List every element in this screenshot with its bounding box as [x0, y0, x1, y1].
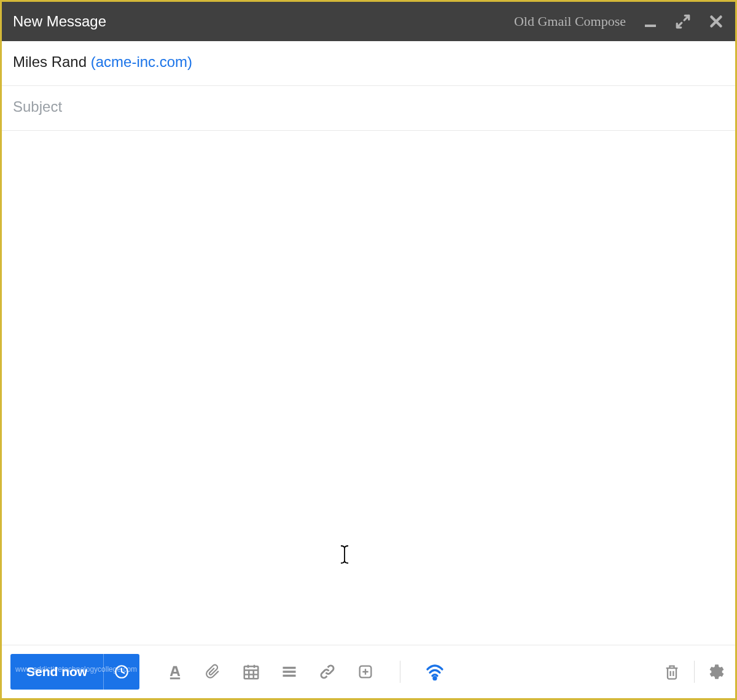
formatting-icon[interactable] — [165, 662, 185, 682]
recipient-name: Miles Rand — [13, 53, 91, 70]
subject-field-row — [2, 86, 735, 131]
attachment-icon[interactable] — [203, 662, 223, 682]
compose-title: New Message — [13, 13, 106, 30]
send-now-button[interactable]: Send now — [10, 654, 104, 690]
subject-input[interactable] — [13, 98, 724, 115]
send-later-button[interactable] — [104, 654, 139, 690]
formatting-toolbar — [165, 661, 445, 683]
recipient-domain: (acme-inc.com) — [91, 53, 192, 70]
compose-footer: Send now — [2, 645, 735, 698]
svg-rect-3 — [244, 666, 259, 679]
footer-right-controls — [662, 661, 727, 683]
compose-body-textarea[interactable] — [13, 142, 724, 634]
minimize-icon[interactable] — [643, 14, 658, 29]
svg-rect-4 — [283, 667, 296, 669]
svg-rect-6 — [283, 675, 296, 677]
send-button-group: Send now — [10, 654, 139, 690]
expand-icon[interactable] — [675, 14, 691, 29]
calendar-icon[interactable] — [241, 662, 261, 682]
svg-rect-2 — [170, 677, 180, 679]
settings-gear-icon[interactable] — [707, 662, 727, 682]
svg-rect-0 — [645, 25, 656, 27]
header-controls: Old Gmail Compose — [514, 14, 724, 29]
compose-header: New Message Old Gmail Compose — [2, 2, 735, 41]
compose-body-area — [2, 131, 735, 645]
insert-plus-icon[interactable] — [356, 662, 375, 682]
toolbar-divider — [400, 661, 400, 683]
list-icon[interactable] — [279, 662, 299, 682]
svg-point-8 — [434, 677, 436, 680]
footer-divider-right — [694, 661, 695, 683]
close-icon[interactable] — [708, 14, 724, 29]
link-icon[interactable] — [318, 662, 337, 682]
old-gmail-compose-link[interactable]: Old Gmail Compose — [514, 14, 626, 29]
wifi-icon[interactable] — [425, 662, 445, 682]
svg-rect-5 — [283, 671, 296, 673]
recipient-field[interactable]: Miles Rand (acme-inc.com) — [2, 41, 735, 86]
trash-icon[interactable] — [662, 662, 682, 682]
